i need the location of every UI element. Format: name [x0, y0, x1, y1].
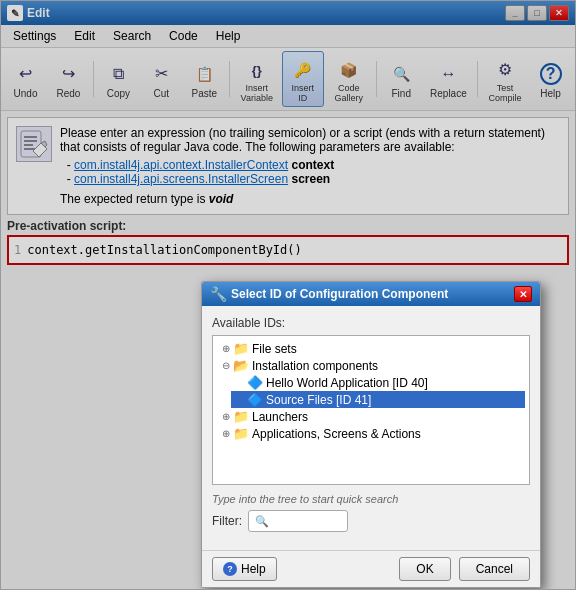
filter-text-input[interactable] — [273, 514, 353, 528]
expand-icon: ⊕ — [219, 411, 233, 422]
dialog-title-text: Select ID of Configuration Component — [231, 287, 510, 301]
tree-item-launchers[interactable]: ⊕ 📁 Launchers — [217, 408, 525, 425]
available-ids-label: Available IDs: — [212, 316, 530, 330]
dialog-icon: 🔧 — [210, 286, 227, 302]
dialog-cancel-button[interactable]: Cancel — [459, 557, 530, 581]
dialog-help-button[interactable]: ? Help — [212, 557, 277, 581]
id-tree[interactable]: ⊕ 📁 File sets ⊖ 📂 Installation component… — [212, 335, 530, 485]
tree-item-hello-world[interactable]: 🔷 Hello World Application [ID 40] — [231, 374, 525, 391]
dialog-title-bar: 🔧 Select ID of Configuration Component ✕ — [202, 282, 540, 306]
filter-label: Filter: — [212, 514, 242, 528]
filter-search-icon: 🔍 — [255, 515, 269, 528]
help-circle-icon: ? — [223, 562, 237, 576]
main-window: ✎ Edit _ □ ✕ Settings Edit Search Code H… — [0, 0, 576, 590]
filter-row: Filter: 🔍 — [212, 510, 530, 532]
tree-item-source-files[interactable]: 🔷 Source Files [ID 41] — [231, 391, 525, 408]
filter-input-wrapper[interactable]: 🔍 — [248, 510, 348, 532]
dialog-footer: ? Help OK Cancel — [202, 550, 540, 587]
expand-icon: ⊕ — [219, 428, 233, 439]
type-hint: Type into the tree to start quick search — [212, 493, 530, 505]
expand-icon: ⊖ — [219, 360, 233, 371]
tree-item-file-sets[interactable]: ⊕ 📁 File sets — [217, 340, 525, 357]
dialog-ok-button[interactable]: OK — [399, 557, 450, 581]
dialog-close-button[interactable]: ✕ — [514, 286, 532, 302]
tree-item-applications[interactable]: ⊕ 📁 Applications, Screens & Actions — [217, 425, 525, 442]
dialog-body: Available IDs: ⊕ 📁 File sets ⊖ 📂 Install… — [202, 306, 540, 550]
select-id-dialog: 🔧 Select ID of Configuration Component ✕… — [201, 281, 541, 588]
expand-icon: ⊕ — [219, 343, 233, 354]
tree-item-installation-components[interactable]: ⊖ 📂 Installation components — [217, 357, 525, 374]
